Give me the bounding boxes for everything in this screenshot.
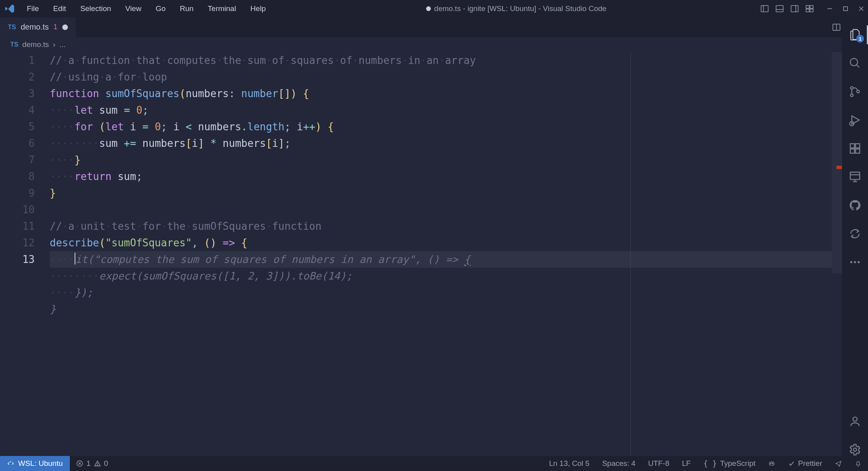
activity-run-debug[interactable] bbox=[842, 114, 868, 126]
line-number[interactable]: 13 bbox=[0, 251, 35, 268]
status-language[interactable]: { } TypeScript bbox=[697, 459, 762, 468]
line-number[interactable]: 8 bbox=[0, 168, 35, 185]
editor-group: 12345678910111213 //·a·function·that·com… bbox=[0, 52, 842, 456]
window-controls bbox=[826, 5, 865, 12]
line-number[interactable]: 5 bbox=[0, 118, 35, 135]
activity-live-share[interactable] bbox=[842, 227, 868, 240]
menu-go[interactable]: Go bbox=[148, 0, 172, 17]
line-number[interactable]: 12 bbox=[0, 235, 35, 251]
status-problems[interactable]: 1 0 bbox=[70, 459, 114, 468]
status-cursor[interactable]: Ln 13, Col 5 bbox=[543, 459, 596, 468]
line-number[interactable]: 1 bbox=[0, 52, 35, 69]
svg-rect-7 bbox=[810, 6, 813, 8]
source-control-icon bbox=[849, 85, 861, 98]
customize-layout-icon[interactable] bbox=[805, 4, 814, 13]
line-number[interactable]: 11 bbox=[0, 218, 35, 235]
line-number[interactable]: 4 bbox=[0, 102, 35, 118]
code-line[interactable] bbox=[50, 201, 832, 218]
code-line[interactable]: //·a·function·that·computes·the·sum·of·s… bbox=[50, 52, 832, 69]
text-editor[interactable]: 12345678910111213 //·a·function·that·com… bbox=[0, 52, 832, 456]
tab-demo-ts[interactable]: TS demo.ts 1 bbox=[0, 17, 76, 37]
status-encoding[interactable]: UTF-8 bbox=[642, 459, 676, 468]
activity-search[interactable] bbox=[842, 57, 868, 69]
menu-edit[interactable]: Edit bbox=[46, 0, 73, 17]
feedback-icon bbox=[835, 460, 842, 467]
svg-rect-27 bbox=[850, 149, 855, 153]
status-eol[interactable]: LF bbox=[675, 459, 697, 468]
code-line[interactable]: ····it("computes the sum of squares of n… bbox=[50, 251, 832, 268]
code-line[interactable]: ····} bbox=[50, 152, 832, 168]
activity-bar: 1 bbox=[842, 17, 868, 456]
code-line[interactable]: ····for (let i = 0; i < numbers.length; … bbox=[50, 118, 832, 135]
code-line[interactable]: ····return sum; bbox=[50, 168, 832, 185]
menu-selection[interactable]: Selection bbox=[73, 0, 118, 17]
status-feedback[interactable] bbox=[829, 460, 848, 467]
breadcrumb-symbol[interactable]: ... bbox=[59, 40, 65, 49]
code-line[interactable]: ········sum += numbers[i] * numbers[i]; bbox=[50, 135, 832, 152]
code-line[interactable]: //·using·a·for·loop bbox=[50, 69, 832, 85]
code-line[interactable]: } bbox=[50, 185, 832, 201]
line-number[interactable]: 7 bbox=[0, 152, 35, 168]
braces-icon: { } bbox=[703, 459, 717, 468]
status-indent[interactable]: Spaces: 4 bbox=[596, 459, 642, 468]
status-copilot[interactable] bbox=[762, 460, 782, 467]
menu-file[interactable]: File bbox=[20, 0, 46, 17]
minimap-viewport[interactable] bbox=[832, 52, 842, 273]
code-line[interactable]: ····let sum = 0; bbox=[50, 102, 832, 118]
line-number-gutter[interactable]: 12345678910111213 bbox=[0, 52, 50, 456]
line-number[interactable]: 9 bbox=[0, 185, 35, 201]
svg-point-36 bbox=[858, 261, 860, 263]
breadcrumb-file[interactable]: demo.ts bbox=[22, 40, 49, 49]
code-line[interactable]: ········expect(sumOfSquares([1, 2, 3])).… bbox=[50, 268, 832, 284]
tab-bar: TS demo.ts 1 bbox=[0, 17, 868, 37]
status-remote[interactable]: WSL: Ubuntu bbox=[0, 456, 70, 471]
toggle-secondary-sidebar-icon[interactable] bbox=[790, 4, 799, 13]
window-title-text: demo.ts - ignite [WSL: Ubuntu] - Visual … bbox=[434, 4, 606, 13]
menu-terminal[interactable]: Terminal bbox=[201, 0, 243, 17]
activity-source-control[interactable] bbox=[842, 85, 868, 98]
breadcrumb[interactable]: TS demo.ts › ... bbox=[0, 37, 868, 52]
toggle-primary-sidebar-icon[interactable] bbox=[760, 4, 769, 13]
activity-extensions[interactable] bbox=[842, 142, 868, 155]
activity-explorer[interactable]: 1 bbox=[842, 28, 868, 41]
line-number[interactable]: 10 bbox=[0, 201, 35, 218]
code-line[interactable]: //·a·unit·test·for·the·sumOfSquares·func… bbox=[50, 218, 832, 235]
activity-settings[interactable] bbox=[842, 443, 868, 456]
activity-account[interactable] bbox=[842, 415, 868, 428]
activity-more[interactable] bbox=[842, 256, 868, 268]
tab-modified-dot-icon[interactable] bbox=[62, 24, 68, 30]
line-number[interactable]: 6 bbox=[0, 135, 35, 152]
typescript-file-icon: TS bbox=[10, 41, 18, 48]
code-content[interactable]: //·a·function·that·computes·the·sum·of·s… bbox=[50, 52, 832, 456]
code-line[interactable]: describe("sumOfSquares", () => { bbox=[50, 235, 832, 251]
menu-view[interactable]: View bbox=[118, 0, 149, 17]
status-prettier[interactable]: Prettier bbox=[782, 459, 829, 468]
bell-icon bbox=[855, 460, 862, 467]
svg-point-45 bbox=[770, 463, 771, 464]
code-line[interactable]: } bbox=[50, 301, 832, 317]
minimap[interactable] bbox=[832, 52, 842, 456]
split-editor-icon[interactable] bbox=[832, 23, 841, 32]
close-icon[interactable] bbox=[858, 5, 865, 12]
line-number bbox=[0, 284, 35, 301]
window-title: demo.ts - ignite [WSL: Ubuntu] - Visual … bbox=[273, 4, 760, 13]
menu-help[interactable]: Help bbox=[243, 0, 273, 17]
toggle-panel-icon[interactable] bbox=[775, 4, 784, 13]
ellipsis-icon bbox=[849, 256, 861, 268]
status-notifications[interactable] bbox=[848, 460, 868, 467]
check-icon bbox=[788, 460, 795, 467]
menu-run[interactable]: Run bbox=[173, 0, 201, 17]
maximize-icon[interactable] bbox=[842, 5, 849, 12]
line-number[interactable]: 3 bbox=[0, 85, 35, 102]
code-line[interactable]: ····}); bbox=[50, 284, 832, 301]
minimize-icon[interactable] bbox=[826, 5, 833, 12]
line-number[interactable]: 2 bbox=[0, 69, 35, 85]
activity-remote-explorer[interactable] bbox=[842, 171, 868, 183]
minimap-error-marker[interactable] bbox=[836, 166, 842, 169]
status-error-count: 1 bbox=[86, 459, 91, 468]
layout-controls bbox=[760, 4, 814, 13]
svg-point-35 bbox=[854, 261, 856, 263]
code-line[interactable]: function sumOfSquares(numbers: number[])… bbox=[50, 85, 832, 102]
live-share-icon bbox=[849, 227, 861, 240]
activity-github[interactable] bbox=[842, 199, 868, 212]
